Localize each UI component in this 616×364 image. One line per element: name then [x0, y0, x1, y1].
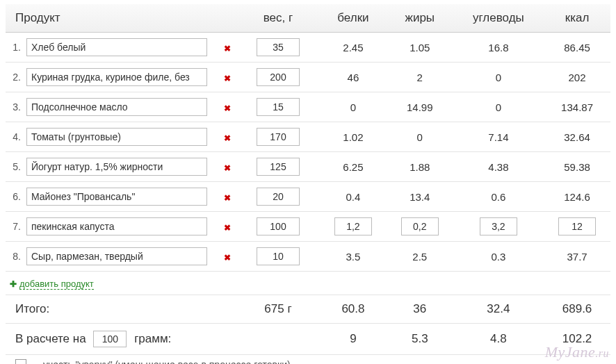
weight-cell — [236, 122, 320, 152]
weight-input[interactable] — [257, 158, 300, 176]
row-number: 2. — [6, 63, 22, 92]
weight-input[interactable] — [257, 98, 300, 116]
kcal-cell — [544, 212, 610, 242]
totals-carbs: 32.4 — [453, 295, 544, 324]
fat-cell: 1.05 — [387, 33, 453, 63]
per100-carbs: 4.8 — [453, 324, 544, 355]
kcal-cell: 37.7 — [544, 242, 610, 272]
product-name-input[interactable] — [26, 217, 207, 235]
delete-icon[interactable]: ✖ — [224, 104, 231, 113]
delete-cell: ✖ — [218, 92, 236, 122]
col-carbs: углеводы — [453, 4, 544, 33]
col-fat: жиры — [387, 4, 453, 33]
product-name-input[interactable] — [26, 247, 207, 265]
name-cell — [22, 63, 218, 92]
row-number: 7. — [6, 212, 22, 242]
delete-icon[interactable]: ✖ — [224, 253, 231, 263]
product-name-input[interactable] — [26, 128, 207, 146]
delete-cell: ✖ — [218, 152, 236, 182]
weight-input[interactable] — [257, 247, 300, 265]
nutrition-table: Продукт вес, г белки жиры углеводы ккал … — [6, 4, 610, 355]
table-row: 2.✖4620202 — [6, 63, 610, 92]
product-name-input[interactable] — [26, 98, 207, 116]
col-weight: вес, г — [236, 4, 320, 33]
add-product-row: ✚добавить продукт — [6, 272, 610, 295]
table-row: 1.✖2.451.0516.886.45 — [6, 33, 610, 63]
delete-icon[interactable]: ✖ — [224, 133, 231, 143]
add-product-link[interactable]: добавить продукт — [19, 279, 94, 290]
table-row: 7.✖ — [6, 212, 610, 242]
totals-weight: 675 г — [236, 295, 320, 324]
fat-cell: 1.88 — [387, 152, 453, 182]
cook-checkbox[interactable] — [15, 359, 26, 364]
per100-row: В расчете на грамм: 9 5.3 4.8 102.2 — [6, 324, 610, 355]
delete-cell: ✖ — [218, 33, 236, 63]
carbs-cell: 0 — [453, 63, 544, 92]
carbs-cell: 0.6 — [453, 182, 544, 212]
delete-icon[interactable]: ✖ — [224, 193, 231, 203]
fat-input[interactable] — [401, 217, 439, 235]
watermark-ext: .ru — [595, 347, 609, 359]
weight-input[interactable] — [257, 128, 300, 146]
delete-icon[interactable]: ✖ — [224, 223, 231, 233]
totals-row: Итого: 675 г 60.8 36 32.4 689.6 — [6, 295, 610, 324]
col-product: Продукт — [6, 4, 236, 33]
col-kcal: ккал — [544, 4, 610, 33]
weight-input[interactable] — [257, 38, 300, 56]
weight-input[interactable] — [257, 68, 300, 86]
product-name-input[interactable] — [26, 188, 207, 206]
kcal-cell: 59.38 — [544, 152, 610, 182]
weight-input[interactable] — [257, 217, 300, 235]
protein-cell: 0.4 — [320, 182, 387, 212]
protein-cell — [320, 212, 387, 242]
name-cell — [22, 242, 218, 272]
delete-icon[interactable]: ✖ — [224, 74, 231, 83]
carbs-cell: 0.3 — [453, 242, 544, 272]
fat-cell: 2.5 — [387, 242, 453, 272]
table-row: 3.✖014.990134.87 — [6, 92, 610, 122]
protein-cell: 46 — [320, 63, 387, 92]
watermark-main: MyJane — [545, 343, 596, 361]
name-cell — [22, 92, 218, 122]
carbs-cell: 16.8 — [453, 33, 544, 63]
protein-cell: 2.45 — [320, 33, 387, 63]
table-row: 4.✖1.0207.1432.64 — [6, 122, 610, 152]
totals-protein: 60.8 — [320, 295, 387, 324]
kcal-cell: 32.64 — [544, 122, 610, 152]
carbs-input[interactable] — [480, 217, 517, 235]
kcal-cell: 124.6 — [544, 182, 610, 212]
name-cell — [22, 182, 218, 212]
table-row: 8.✖3.52.50.337.7 — [6, 242, 610, 272]
per100-suffix: грамм: — [134, 332, 171, 345]
protein-input[interactable] — [334, 217, 372, 235]
delete-icon[interactable]: ✖ — [224, 44, 231, 53]
delete-cell: ✖ — [218, 63, 236, 92]
product-name-input[interactable] — [26, 38, 207, 56]
row-number: 6. — [6, 182, 22, 212]
weight-input[interactable] — [257, 188, 300, 206]
weight-cell — [236, 33, 320, 63]
delete-icon[interactable]: ✖ — [224, 163, 231, 173]
protein-cell: 6.25 — [320, 152, 387, 182]
kcal-cell: 86.45 — [544, 33, 610, 63]
row-number: 3. — [6, 92, 22, 122]
product-name-input[interactable] — [26, 68, 207, 86]
name-cell — [22, 122, 218, 152]
fat-cell: 14.99 — [387, 92, 453, 122]
delete-cell: ✖ — [218, 242, 236, 272]
kcal-cell: 134.87 — [544, 92, 610, 122]
weight-cell — [236, 92, 320, 122]
weight-cell — [236, 242, 320, 272]
table-row: 6.✖0.413.40.6124.6 — [6, 182, 610, 212]
per100-label: В расчете на грамм: — [6, 324, 236, 355]
protein-cell: 3.5 — [320, 242, 387, 272]
cook-note-text: — учесть "уварку" (уменьшение веса в про… — [31, 359, 291, 364]
weight-cell — [236, 63, 320, 92]
carbs-cell: 7.14 — [453, 122, 544, 152]
delete-cell: ✖ — [218, 182, 236, 212]
totals-label: Итого: — [6, 295, 236, 324]
kcal-input[interactable] — [558, 217, 596, 235]
product-name-input[interactable] — [26, 158, 207, 176]
name-cell — [22, 212, 218, 242]
per100-input[interactable] — [93, 331, 127, 347]
